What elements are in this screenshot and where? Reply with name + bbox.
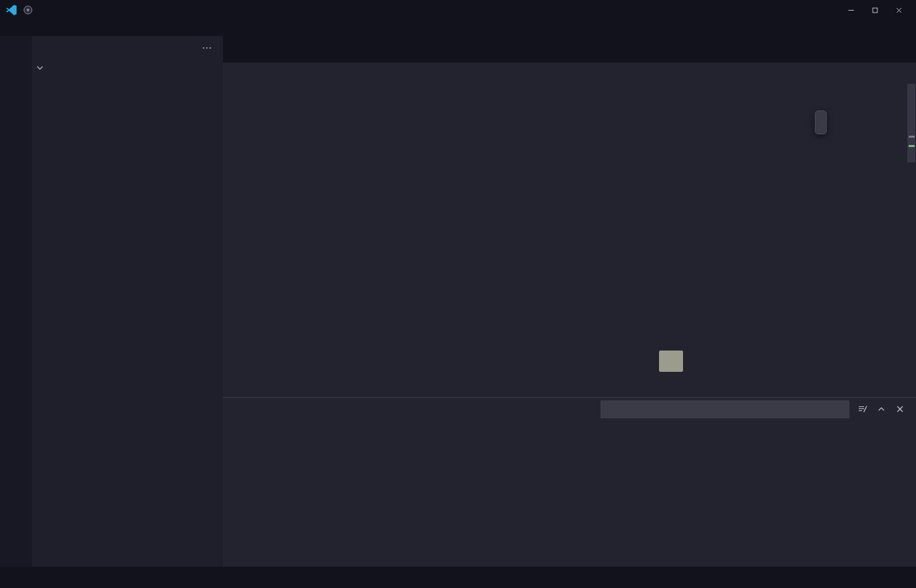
panel-header bbox=[223, 398, 916, 420]
tab-bar bbox=[223, 36, 916, 63]
add-configuration-button[interactable] bbox=[659, 351, 683, 372]
debug-console-output[interactable] bbox=[223, 420, 916, 551]
overview-ruler[interactable] bbox=[907, 80, 916, 397]
status-bar bbox=[0, 567, 916, 588]
activity-bar bbox=[0, 36, 32, 567]
breadcrumb[interactable] bbox=[223, 63, 916, 80]
app-icon bbox=[23, 5, 33, 15]
debug-toolbar bbox=[815, 110, 827, 134]
sidebar: ⋯ bbox=[32, 36, 223, 567]
console-input-prompt[interactable] bbox=[223, 551, 916, 567]
menubar bbox=[0, 20, 916, 36]
sidebar-header: ⋯ bbox=[32, 36, 223, 59]
close-button[interactable] bbox=[887, 0, 911, 20]
overview-mark bbox=[909, 145, 915, 147]
filter-input[interactable] bbox=[600, 400, 849, 418]
vscode-logo-icon bbox=[5, 4, 17, 16]
minimap[interactable] bbox=[832, 80, 907, 397]
maximize-button[interactable] bbox=[863, 0, 887, 20]
project-section-header[interactable] bbox=[32, 59, 223, 76]
close-panel-icon[interactable] bbox=[895, 404, 905, 414]
overview-mark bbox=[909, 136, 915, 138]
scrollbar-thumb[interactable] bbox=[907, 84, 915, 162]
editor-area bbox=[223, 36, 916, 567]
clear-console-icon[interactable] bbox=[857, 404, 868, 414]
vscode-window: ⋯ bbox=[0, 0, 916, 588]
chevron-down-icon bbox=[35, 63, 45, 73]
titlebar bbox=[0, 0, 916, 20]
minimize-button[interactable] bbox=[839, 0, 863, 20]
explorer-more-actions-icon[interactable]: ⋯ bbox=[202, 42, 212, 54]
panel bbox=[223, 397, 916, 567]
maximize-panel-icon[interactable] bbox=[876, 404, 887, 414]
editor[interactable] bbox=[223, 80, 916, 397]
